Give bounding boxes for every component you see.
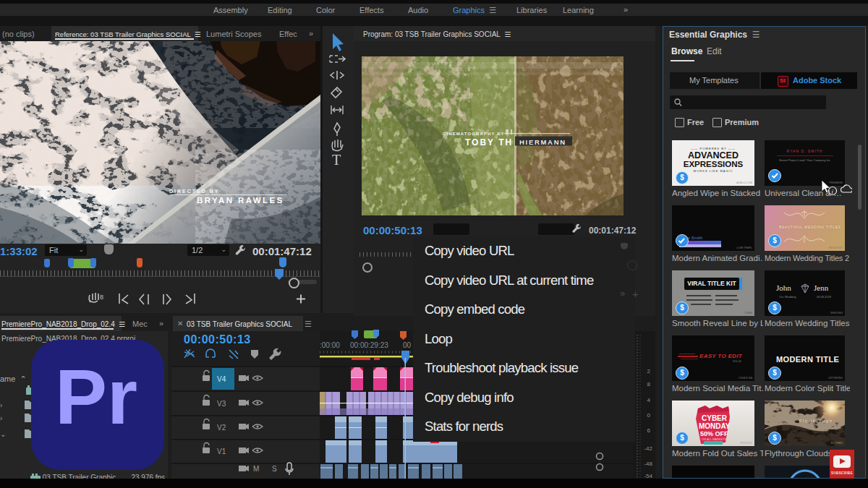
svg-text:S: S (272, 465, 277, 473)
svg-text:HIERMANN: HIERMANN (519, 138, 566, 146)
svg-text:50% OFF: 50% OFF (700, 430, 728, 437)
svg-text:MONDAY: MONDAY (699, 422, 731, 430)
svg-text:BRYAN RAWLES: BRYAN RAWLES (197, 196, 284, 205)
svg-text:V4: V4 (217, 375, 226, 383)
svg-text:CINEMATOGRAPHY BY: CINEMATOGRAPHY BY (443, 132, 505, 136)
svg-text:⌄: ⌄ (0, 430, 6, 438)
svg-text:2: 2 (647, 368, 651, 374)
svg-text:4: 4 (647, 397, 651, 403)
svg-text:V1: V1 (217, 448, 226, 455)
svg-text:00: 00 (403, 341, 412, 349)
svg-text:V2: V2 (217, 424, 226, 432)
svg-text:›: › (0, 401, 2, 409)
svg-text::00:00: :00:00 (320, 341, 340, 349)
svg-text:T: T (332, 152, 341, 168)
svg-text:›: › (0, 414, 2, 422)
svg-text:TOBY TH: TOBY TH (465, 137, 513, 147)
svg-text:00:00:29:23: 00:00:29:23 (350, 341, 388, 349)
svg-text:8: 8 (100, 294, 103, 301)
svg-text:CYBER: CYBER (702, 414, 728, 422)
svg-text:ON ALL MARKETING: ON ALL MARKETING (702, 437, 730, 441)
svg-text:DIRECTED BY: DIRECTED BY (169, 189, 219, 194)
svg-text:0: 0 (647, 412, 651, 419)
svg-text:-42: -42 (644, 445, 652, 452)
svg-text:6: 6 (647, 427, 651, 434)
svg-text:M: M (253, 465, 259, 473)
svg-text:-48: -48 (644, 461, 652, 467)
svg-text:8: 8 (647, 381, 651, 388)
svg-text:V3: V3 (217, 400, 226, 408)
svg-text:-54: -54 (644, 473, 652, 479)
svg-text:Fly through: Fly through (799, 419, 833, 423)
svg-text:i: i (832, 188, 834, 195)
